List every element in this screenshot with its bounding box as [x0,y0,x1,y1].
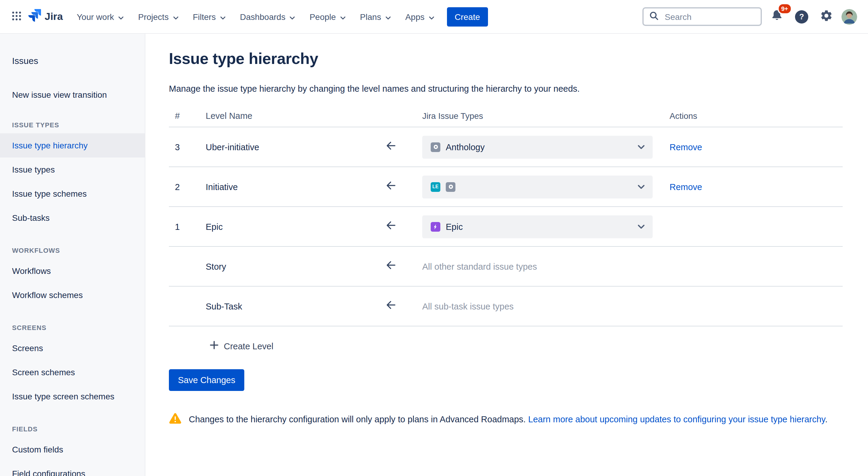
page-title: Issue type hierarchy [169,50,843,68]
sidebar-item-workflows[interactable]: Workflows [0,259,145,283]
sidebar-item-issue-type-schemes[interactable]: Issue type schemes [0,182,145,206]
nav-apps[interactable]: Apps [399,7,441,26]
chevron-down-icon [638,184,645,189]
profile-avatar[interactable] [841,9,857,24]
sidebar-item-workflow-schemes[interactable]: Workflow schemes [0,283,145,307]
remove-level-link[interactable]: Remove [670,142,702,152]
warning-note: Changes to the hierarchy configuration w… [169,413,843,426]
nav-label: Plans [360,12,381,22]
issue-type-select-level-3[interactable]: Anthology [422,136,653,158]
chevron-down-icon [638,145,645,149]
level-number: 3 [169,142,204,152]
warning-text-body: Changes to the hierarchy configuration w… [189,414,528,424]
arrow-left-icon [384,299,397,314]
sidebar-item-label: Screens [12,343,43,353]
nav-plans[interactable]: Plans [353,7,398,26]
chevron-down-icon [385,12,391,22]
column-header-jira-issue-types: Jira Issue Types [408,111,659,120]
issue-type-select-value: Epic [446,222,463,231]
question-icon: ? [795,10,808,23]
nav-people[interactable]: People [303,7,352,26]
level-name: Uber-initiative [204,142,374,152]
nav-label: Filters [193,12,216,22]
chevron-down-icon [220,12,225,22]
nav-label: Apps [405,12,425,22]
issue-type-select-level-2[interactable]: LE [422,175,653,198]
hierarchy-row-story: Story All other standard issue types [169,247,843,287]
level-number: 1 [169,222,204,231]
arrow-left-icon [384,139,397,154]
sidebar-item-label: Workflow schemes [12,290,83,300]
sidebar-item-label: Issue type schemes [12,189,87,199]
column-header-level-name: Level Name [204,111,374,120]
sidebar-item-issue-type-screen-schemes[interactable]: Issue type screen schemes [0,384,145,409]
top-navigation-bar: Jira Your work Projects Filters Dashboar… [0,0,868,34]
level-name: Story [204,262,374,271]
chevron-down-icon [289,12,295,22]
sidebar-item-label: Issue type hierarchy [12,141,88,150]
sidebar-item-screens[interactable]: Screens [0,336,145,360]
nav-projects[interactable]: Projects [131,7,185,26]
nav-your-work[interactable]: Your work [70,7,131,26]
generic-issue-type-icon [446,182,456,191]
sidebar-item-custom-fields[interactable]: Custom fields [0,437,145,462]
sidebar-heading-workflows: WORKFLOWS [0,247,145,254]
avatar-image [841,9,857,24]
settings-sidebar: Issues New issue view transition ISSUE T… [0,34,145,476]
sidebar-item-label: Screen schemes [12,367,75,377]
hierarchy-row-sub-task: Sub-Task All sub-task issue types [169,287,843,326]
issue-type-select-level-1[interactable]: Epic [422,215,653,238]
sidebar-item-label: Custom fields [12,445,63,454]
sidebar-item-label: Issue types [12,165,55,174]
chevron-down-icon [638,224,645,229]
sidebar-item-issue-types[interactable]: Issue types [0,157,145,182]
warning-triangle-icon [169,413,182,426]
create-level-button[interactable]: Create Level [209,338,275,354]
jira-logo[interactable]: Jira [28,9,63,24]
page-description: Manage the issue type hierarchy by chang… [169,84,843,93]
sidebar-heading-screens: SCREENS [0,324,145,331]
warning-learn-more-link[interactable]: Learn more about upcoming updates to con… [528,414,825,424]
le-badge-text: LE [432,184,438,189]
search-input[interactable] [663,11,755,22]
chevron-down-icon [340,12,346,22]
sidebar-item-screen-schemes[interactable]: Screen schemes [0,360,145,384]
nav-dashboards[interactable]: Dashboards [233,7,302,26]
sidebar-item-label: Issue type screen schemes [12,391,114,401]
epic-issue-type-icon [431,222,440,231]
nav-filters[interactable]: Filters [186,7,232,26]
warning-text-suffix: . [825,414,828,424]
jira-settings-page: Jira Your work Projects Filters Dashboar… [0,0,868,476]
nav-label: Your work [77,12,114,22]
arrow-left-icon [384,259,397,274]
level-name: Epic [204,222,374,231]
create-button[interactable]: Create [447,7,488,26]
save-changes-button[interactable]: Save Changes [169,369,244,391]
le-issue-type-badge: LE [431,182,440,191]
sidebar-item-label: Workflows [12,266,51,276]
hierarchy-table: # Level Name Jira Issue Types Actions 3 … [169,105,843,326]
hierarchy-row-level-2: 2 Initiative LE Remove [169,167,843,207]
app-switcher-button[interactable] [8,7,25,26]
jira-logo-icon [28,9,41,24]
help-button[interactable]: ? [792,7,811,26]
chevron-down-icon [429,12,434,22]
main-content: Issue type hierarchy Manage the issue ty… [145,34,868,476]
level-name: Sub-Task [204,301,374,311]
gear-icon [820,9,833,24]
sidebar-item-label: Field configurations [12,469,85,476]
sidebar-item-field-configurations[interactable]: Field configurations [0,462,145,476]
arrow-left-icon [384,179,397,194]
settings-button[interactable] [817,6,836,27]
sidebar-item-issue-type-hierarchy[interactable]: Issue type hierarchy [0,133,145,157]
column-header-actions: Actions [659,111,843,120]
remove-level-link[interactable]: Remove [670,182,702,191]
sidebar-heading-issue-types: ISSUE TYPES [0,121,145,128]
nav-label: Projects [138,12,168,22]
issue-types-static-text: All sub-task issue types [422,301,514,311]
sidebar-item-new-issue-view-transition[interactable]: New issue view transition [0,85,145,105]
sidebar-item-sub-tasks[interactable]: Sub-tasks [0,206,145,230]
hierarchy-row-level-3: 3 Uber-initiative Anthology Remove [169,127,843,167]
issue-types-static-text: All other standard issue types [422,262,537,271]
chevron-down-icon [173,12,178,22]
